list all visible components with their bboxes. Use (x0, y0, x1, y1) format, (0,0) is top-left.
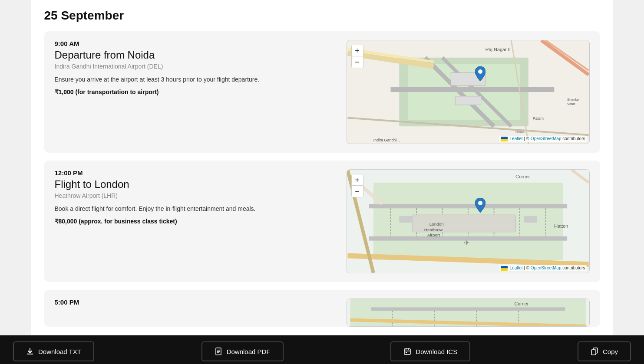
download-txt-button[interactable]: Download TXT (13, 341, 94, 361)
svg-rect-8 (455, 96, 481, 105)
event-title-dep-noida: Departure from Noida (55, 49, 338, 61)
event-time-dep-noida: 9:00 AM (55, 40, 338, 47)
svg-rect-53 (371, 307, 565, 311)
event-desc-dep-noida: Ensure you arrive at the airport at leas… (55, 75, 338, 84)
svg-text:Airport: Airport (427, 233, 439, 237)
leaflet-link[interactable]: Leaflet (510, 136, 523, 141)
svg-text:Raj Nagar II: Raj Nagar II (485, 47, 510, 52)
download-txt-icon (26, 348, 34, 355)
svg-text:Road...: Road... (515, 130, 527, 134)
map-flight-london: London Heathrow Airport Corner Hatton ✈ … (347, 169, 590, 273)
zoom-in-btn-dep-noida[interactable]: + (352, 45, 363, 56)
svg-text:Palam: Palam (532, 116, 543, 121)
zoom-in-btn-flight-london[interactable]: + (352, 174, 363, 186)
svg-rect-26 (369, 204, 567, 208)
svg-rect-61 (404, 349, 410, 354)
svg-rect-23 (501, 139, 508, 142)
osm-link-2[interactable]: OpenStreetMap (531, 266, 561, 270)
download-ics-button[interactable]: Download ICS (390, 341, 470, 361)
svg-text:✈: ✈ (464, 239, 469, 246)
event-cost-dep-noida: ₹1,000 (for transportation to airport) (55, 89, 338, 95)
page-title: 25 September (44, 9, 600, 23)
svg-text:Corner: Corner (515, 174, 530, 179)
download-pdf-icon (215, 348, 222, 355)
zoom-out-btn-dep-noida[interactable]: − (352, 56, 363, 68)
svg-text:Shanko: Shanko (567, 98, 579, 102)
zoom-out-btn-flight-london[interactable]: − (352, 186, 363, 197)
svg-text:Hatton: Hatton (554, 223, 568, 229)
map-controls-dep-noida: + − (351, 45, 363, 68)
event-card-dep-noida: 9:00 AM Departure from Noida Indira Gand… (44, 31, 600, 153)
svg-rect-36 (399, 216, 412, 223)
copy-button[interactable]: Copy (578, 341, 631, 361)
event-time-partial: 5:00 PM (55, 298, 338, 306)
event-location-flight-london: Heathrow Airport (LHR) (55, 192, 338, 199)
event-cost-flight-london: ₹80,000 (approx. for business class tick… (55, 218, 338, 225)
svg-rect-49 (501, 266, 508, 269)
svg-rect-37 (524, 216, 537, 223)
svg-rect-50 (501, 269, 508, 271)
svg-text:Heathrow: Heathrow (424, 227, 443, 232)
event-location-dep-noida: Indira Gandhi International Airport (DEL… (55, 63, 338, 70)
svg-text:Indira Gandhi...: Indira Gandhi... (373, 138, 400, 142)
map-attribution-flight-london: Leaflet | © OpenStreetMap contributors (499, 265, 587, 271)
svg-text:Corner: Corner (514, 301, 528, 306)
event-desc-flight-london: Book a direct flight for comfort. Enjoy … (55, 204, 338, 213)
svg-rect-64 (591, 350, 596, 355)
svg-point-21 (478, 69, 482, 74)
event-time-flight-london: 12:00 PM (55, 169, 338, 177)
map-dep-noida: Raj Nagar II Indira Gandhi... Palam Shan… (347, 40, 590, 144)
map-partial: Corner (347, 298, 590, 327)
osm-link[interactable]: OpenStreetMap (531, 136, 561, 141)
leaflet-link-2[interactable]: Leaflet (510, 266, 523, 270)
bottom-toolbar: Download TXT Download PDF Download ICS C… (0, 335, 644, 364)
download-pdf-button[interactable]: Download PDF (201, 341, 284, 361)
map-attribution-dep-noida: Leaflet | © OpenStreetMap contributors (499, 136, 587, 142)
svg-rect-22 (501, 137, 508, 139)
event-info-dep-noida: 9:00 AM Departure from Noida Indira Gand… (55, 40, 338, 144)
download-ics-icon (403, 348, 411, 355)
svg-point-48 (478, 201, 482, 205)
event-info-flight-london: 12:00 PM Flight to London Heathrow Airpo… (55, 169, 338, 273)
event-card-flight-london: 12:00 PM Flight to London Heathrow Airpo… (44, 161, 600, 282)
event-title-flight-london: Flight to London (55, 178, 338, 190)
svg-rect-62 (406, 352, 407, 353)
event-info-partial: 5:00 PM (55, 298, 338, 318)
map-controls-flight-london: + − (351, 174, 363, 197)
copy-icon (591, 348, 598, 355)
svg-text:London: London (429, 222, 443, 226)
event-card-partial: 5:00 PM Corner (44, 290, 600, 327)
svg-text:Vihar: Vihar (567, 102, 575, 106)
